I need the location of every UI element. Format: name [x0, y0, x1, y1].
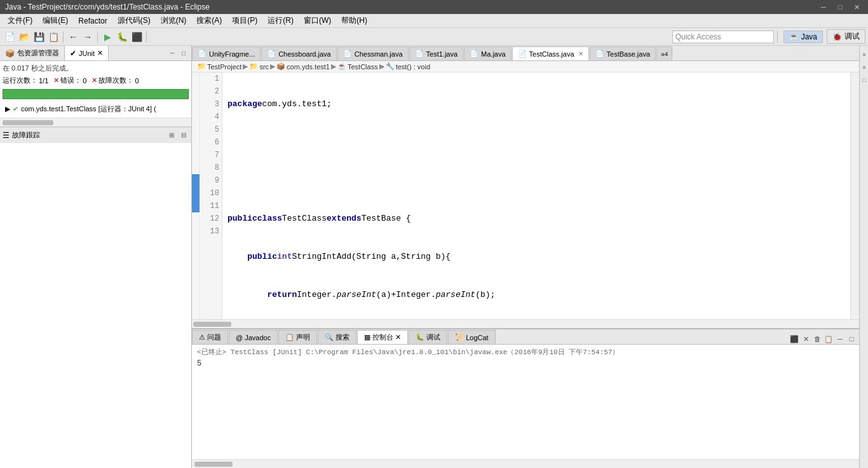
menu-search[interactable]: 搜索(A) [191, 14, 227, 27]
code-content[interactable]: package com.yds.test1; public class Test… [222, 72, 850, 319]
tab-test1[interactable]: 📄 Test1.java [409, 46, 464, 60]
tab-more-button[interactable]: » 4 [656, 46, 672, 60]
breadcrumb-class[interactable]: TestClass [348, 63, 378, 71]
new-button[interactable]: 📄 [3, 30, 17, 44]
tab-pkg-explorer[interactable]: 📦 包资源管理器 [0, 46, 65, 60]
left-scrollbar[interactable] [0, 118, 191, 127]
junit-run-info: 在 0.017 秒之后完成。 [3, 64, 189, 73]
console-tab-close[interactable]: ✕ [395, 333, 401, 341]
minimize-button[interactable]: ─ [817, 2, 830, 12]
tab-problems[interactable]: ⚠ 问题 [192, 330, 228, 344]
menu-run[interactable]: 运行(R) [262, 14, 299, 27]
line-num-6: 6 [202, 136, 219, 149]
tab-testbase[interactable]: 📄 TestBase.java [590, 46, 656, 60]
forward-button[interactable]: → [81, 30, 95, 44]
menu-window[interactable]: 窗口(W) [299, 14, 336, 27]
app-title: Java - TestProject/src/com/yds/test1/Tes… [5, 3, 210, 11]
close-button[interactable]: ✕ [850, 2, 863, 12]
editor-vscrollbar[interactable] [850, 72, 859, 319]
breadcrumb-project[interactable]: TestProject [207, 63, 241, 71]
fault-stack-btn[interactable]: ⊟ [179, 130, 189, 141]
line-num-4: 4 [202, 111, 219, 123]
junit-tree-item[interactable]: ▶ ✔ com.yds.test1.TestClass [运行器：JUnit 4… [3, 103, 189, 115]
marker-1 [192, 72, 200, 85]
tab-declaration[interactable]: 📋 声明 [278, 330, 317, 344]
quick-access-input[interactable]: Quick Access [672, 31, 774, 43]
marker-13 [192, 225, 200, 238]
save-all-button[interactable]: 📋 [46, 30, 60, 44]
code-line-5: public int StringIntAdd(String a,String … [227, 251, 845, 263]
breadcrumb-method-icon: 🔧 [386, 62, 395, 71]
junit-tab-close[interactable]: ✕ [97, 49, 103, 57]
outer-right-sidebar: ≡ ≡ □ [859, 46, 868, 468]
right-toolbar-btn3[interactable]: □ [860, 74, 868, 86]
stop-button[interactable]: ⬛ [130, 30, 144, 44]
tab-logcat[interactable]: 📜 LogCat [448, 330, 495, 344]
tab-debug[interactable]: 🐛 调试 [409, 330, 447, 344]
bottom-minimize-btn[interactable]: ─ [835, 334, 845, 344]
run-button[interactable]: ▶ [100, 30, 114, 44]
bottom-scroll-thumb[interactable] [194, 462, 233, 467]
breadcrumb-sep1: ▶ [243, 62, 248, 71]
marker-bar [192, 72, 200, 319]
tab-chessboard[interactable]: 📄 Chessboard.java [261, 46, 337, 60]
tab-junit[interactable]: ✔ JUnit ✕ [65, 46, 109, 60]
debug-perspective-label: 调试 [844, 31, 860, 42]
debug-perspective-button[interactable]: 🐞 调试 [827, 29, 865, 44]
save-button[interactable]: 💾 [32, 30, 46, 44]
tab-search[interactable]: 🔍 搜索 [318, 330, 356, 344]
menu-help[interactable]: 帮助(H) [336, 14, 372, 27]
debug-button[interactable]: 🐛 [115, 30, 129, 44]
minimize-panel-button[interactable]: ─ [167, 48, 177, 59]
bottom-tabs: ⚠ 问题 @ Javadoc 📋 声明 🔍 搜索 ▦ 控制台 [192, 329, 859, 345]
console-terminated-line: <已终止> TestClass [JUnit] C:\Program Files… [197, 347, 854, 357]
breadcrumb-src[interactable]: src [259, 63, 269, 71]
console-terminate-btn[interactable]: ⬛ [789, 334, 799, 344]
menu-file[interactable]: 文件(F) [3, 14, 37, 27]
tab-testclass[interactable]: 📄 TestClass.java ✕ [512, 46, 589, 60]
menu-bar: 文件(F) 编辑(E) Refactor 源代码(S) 浏览(N) 搜索(A) … [0, 14, 868, 28]
tab-close-testclass[interactable]: ✕ [578, 50, 583, 57]
java-perspective-button[interactable]: ☕ Java [783, 31, 823, 43]
tab-unityfragment[interactable]: 📄 UnityFragme... [192, 46, 261, 60]
menu-project[interactable]: 项目(P) [227, 14, 262, 27]
hscroll-thumb[interactable] [193, 322, 231, 327]
debug-label: 调试 [426, 333, 440, 342]
error-icon: ✕ [53, 76, 59, 85]
console-disconnect-btn[interactable]: ✕ [801, 334, 811, 344]
tab-console[interactable]: ▦ 控制台 ✕ [357, 330, 408, 344]
tab-icon-chessman: 📄 [343, 50, 352, 58]
line-num-5: 5 [202, 123, 219, 136]
console-clear-btn[interactable]: 🗑 [812, 334, 822, 344]
tab-chessman[interactable]: 📄 Chessman.java [337, 46, 409, 60]
menu-refactor[interactable]: Refactor [73, 15, 112, 27]
menu-browse[interactable]: 浏览(N) [156, 14, 192, 27]
bottom-maximize-btn[interactable]: □ [846, 334, 857, 344]
marker-9 [192, 174, 200, 187]
right-toolbar-btn2[interactable]: ≡ [860, 61, 868, 74]
maximize-panel-button[interactable]: □ [179, 48, 189, 59]
breadcrumb-pkg[interactable]: com.yds.test1 [287, 63, 330, 71]
code-editor[interactable]: 1 2 3 4 5 6 7 8 9 10 11 12 13 package co… [192, 72, 859, 319]
tab-javadoc[interactable]: @ Javadoc [229, 330, 278, 344]
console-copy-btn[interactable]: 📋 [824, 334, 834, 344]
bottom-hscrollbar[interactable] [192, 459, 859, 468]
junit-stats: 运行次数： 1/1 ✕ 错误： 0 ✕ 故障次数： 0 [3, 76, 189, 85]
tab-icon-test1: 📄 [415, 50, 424, 58]
left-scroll-thumb[interactable] [3, 120, 53, 125]
maximize-button[interactable]: □ [834, 2, 846, 12]
menu-edit[interactable]: 编辑(E) [37, 14, 73, 27]
editor-hscrollbar[interactable] [192, 319, 859, 328]
menu-source[interactable]: 源代码(S) [112, 14, 156, 27]
failure-icon: ✕ [92, 76, 97, 85]
line-num-8: 8 [202, 162, 219, 174]
tab-ma[interactable]: 📄 Ma.java [464, 46, 512, 60]
fault-layout-btn[interactable]: ⊞ [166, 130, 177, 141]
back-button[interactable]: ← [66, 30, 80, 44]
failures-stat: ✕ 故障次数： 0 [92, 76, 139, 85]
right-toolbar-btn1[interactable]: ≡ [860, 48, 868, 61]
open-button[interactable]: 📂 [17, 30, 31, 44]
breadcrumb-class-icon: ☕ [337, 62, 346, 71]
pkg-icon: 📦 [5, 49, 15, 58]
breadcrumb-method[interactable]: test() : void [396, 63, 430, 71]
